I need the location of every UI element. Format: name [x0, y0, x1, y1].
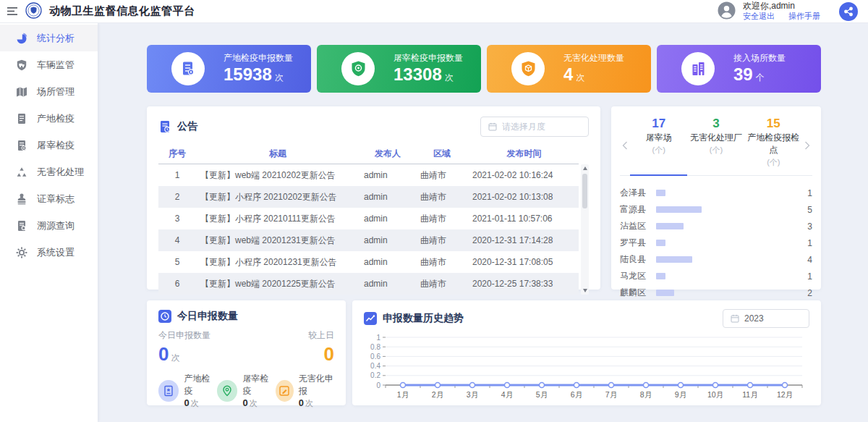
bar-fill	[656, 223, 684, 229]
hamburger-menu-icon[interactable]	[7, 6, 18, 17]
sidebar-item-harmless-treatment[interactable]: 无害化处理	[0, 159, 98, 185]
svg-text:1月: 1月	[397, 390, 409, 399]
month-picker-placeholder: 请选择月度	[502, 121, 545, 133]
shield-box-icon	[519, 60, 537, 78]
bar-fill	[656, 290, 674, 296]
manual-link[interactable]: 操作手册	[788, 12, 820, 20]
table-row[interactable]: 5【更新】小程序 20201231更新公告admin曲靖市2020-12-31 …	[158, 251, 579, 273]
svg-text:0.8: 0.8	[370, 343, 380, 351]
share-icon	[843, 7, 854, 17]
main-content: 产地检疫申报数量 15938次 屠宰检疫申报数量 13308次	[98, 23, 868, 422]
bar-row: 罗平县1	[620, 235, 812, 251]
bar-row: 会泽县1	[620, 185, 812, 201]
month-picker[interactable]: 请选择月度	[480, 117, 589, 137]
bar-value: 3	[799, 221, 812, 232]
gear-icon	[16, 247, 27, 258]
svg-text:1: 1	[376, 334, 380, 342]
mini-stat-slaughter-quarantine: 屠宰检疫 0次	[217, 373, 276, 409]
tab-slaughterhouses[interactable]: 17 屠宰场 (个)	[630, 115, 687, 176]
stat-card-origin-quarantine: 产地检疫申报数量 15938次	[147, 45, 311, 93]
today-declarations-panel: 今日申报数量 今日申报数量 较上日 0次 0	[147, 300, 346, 405]
bar-value: 1	[799, 188, 812, 198]
table-row[interactable]: 3【更新】小程序 20210111更新公告admin曲靖市2021-01-11 …	[158, 208, 579, 229]
bar-fill	[656, 206, 702, 213]
svg-text:12月: 12月	[777, 390, 793, 399]
sidebar-item-trace-query[interactable]: 溯源查询	[0, 212, 98, 239]
table-row[interactable]: 2【更新】小程序 20210202更新公告admin曲靖市2021-02-02 …	[158, 186, 579, 208]
mini-stat-origin-quarantine: 产地检疫 0次	[158, 373, 217, 409]
bar-category-label: 陆良县	[620, 253, 653, 266]
year-picker-value: 2023	[744, 313, 764, 324]
bar-value: 5	[799, 205, 812, 215]
stat-card-harmless-treatment: 无害化处理数量 4次	[487, 45, 651, 93]
trend-panel-title: 申报数量历史趋势	[383, 312, 464, 325]
svg-text:0: 0	[376, 381, 380, 389]
app-header: 动物卫生监督信息化监管平台 欢迎你,admin 安全退出 操作手册	[0, 0, 868, 23]
chevron-right-icon[interactable]	[802, 115, 812, 175]
map-icon	[16, 86, 27, 98]
sidebar-item-statistics[interactable]: 统计分析	[0, 25, 98, 51]
table-row[interactable]: 1【更新】web端 20210202更新公告admin曲靖市2021-02-02…	[158, 164, 579, 186]
bar-category-label: 马龙区	[620, 270, 653, 282]
certificate-icon	[163, 385, 174, 397]
today-count-label: 今日申报数量	[158, 329, 210, 342]
document-icon	[179, 60, 197, 77]
svg-text:0.2: 0.2	[370, 371, 380, 379]
bar-category-label: 富源县	[620, 203, 653, 216]
announcement-icon	[158, 120, 171, 133]
sidebar-item-origin-quarantine[interactable]: 产地检疫	[0, 105, 98, 132]
bar-fill	[656, 240, 665, 246]
clock-icon	[158, 310, 171, 323]
clipboard-icon	[16, 140, 27, 151]
bar-value: 2	[799, 288, 812, 298]
stamp-icon	[16, 193, 27, 205]
bar-category-label: 罗平县	[620, 237, 653, 249]
svg-text:11月: 11月	[742, 390, 757, 399]
places-stats-panel: 17 屠宰场 (个) 3 无害化处理厂 (个) 15 产地检疫报检点 (个)	[611, 106, 821, 290]
stat-card-value: 15938	[224, 64, 272, 84]
sidebar-item-vehicle[interactable]: 车辆监管	[0, 51, 98, 78]
svg-text:0.4: 0.4	[370, 362, 380, 370]
sidebar-item-system-settings[interactable]: 系统设置	[0, 239, 98, 266]
chevron-left-icon[interactable]	[620, 115, 630, 175]
shield-check-icon	[349, 60, 367, 78]
share-button[interactable]	[839, 2, 858, 21]
sidebar-item-places[interactable]: 场所管理	[0, 78, 98, 105]
bar-value: 1	[799, 271, 812, 282]
today-count-value: 0	[158, 343, 169, 365]
trend-line-chart: 00.20.40.60.811月2月3月4月5月6月7月8月9月10月11月12…	[364, 332, 808, 405]
welcome-text: 欢迎你,admin	[743, 1, 832, 12]
compare-label: 较上日	[308, 329, 334, 342]
table-row[interactable]: 4【更新】web端 20201231更新公告admin曲靖市2020-12-31…	[158, 229, 579, 251]
stat-card-label: 接入场所数量	[733, 52, 786, 64]
vehicle-shield-icon	[16, 59, 27, 71]
bar-value: 1	[799, 238, 812, 248]
table-scrollbar[interactable]	[581, 164, 589, 295]
bar-row: 马龙区1	[620, 268, 812, 284]
bar-fill	[656, 273, 665, 279]
stat-card-value: 13308	[393, 64, 442, 84]
edit-pen-icon	[278, 385, 290, 397]
table-header-row: 序号 标题 发布人 区域 发布时间	[158, 144, 579, 164]
location-pin-icon	[221, 385, 233, 397]
scroll-down-arrow[interactable]	[581, 287, 589, 295]
sidebar-item-slaughter-quarantine[interactable]: 屠宰检疫	[0, 132, 98, 159]
sidebar-item-certificates[interactable]: 证章标志	[0, 185, 98, 212]
bar-category-label: 会泽县	[620, 187, 653, 199]
announcements-table: 序号 标题 发布人 区域 发布时间 1【更新】web端 20210202更新公告…	[158, 144, 589, 295]
county-bar-chart: 会泽县1富源县5沾益区3罗平县1陆良县4马龙区1麒麟区2	[620, 185, 812, 301]
scrollbar-thumb[interactable]	[582, 174, 587, 208]
logout-link[interactable]: 安全退出	[743, 12, 775, 20]
svg-text:6月: 6月	[571, 390, 582, 399]
year-picker[interactable]: 2023	[723, 309, 809, 328]
announcements-title: 公告	[177, 120, 197, 133]
svg-text:5月: 5月	[536, 390, 548, 399]
bar-fill	[656, 190, 665, 196]
tab-harmless-plants[interactable]: 3 无害化处理厂 (个)	[687, 115, 744, 175]
tab-inspection-points[interactable]: 15 产地检疫报检点 (个)	[745, 115, 802, 175]
announcements-panel: 公告 请选择月度 序号 标题 发布人 区域 发布时间	[147, 106, 600, 290]
scroll-up-arrow[interactable]	[581, 164, 589, 172]
recycle-icon	[16, 166, 27, 178]
table-row[interactable]: 6【更新】web端 20201225更新公告admin曲靖市2020-12-25…	[158, 273, 579, 295]
bar-value: 4	[799, 255, 812, 265]
